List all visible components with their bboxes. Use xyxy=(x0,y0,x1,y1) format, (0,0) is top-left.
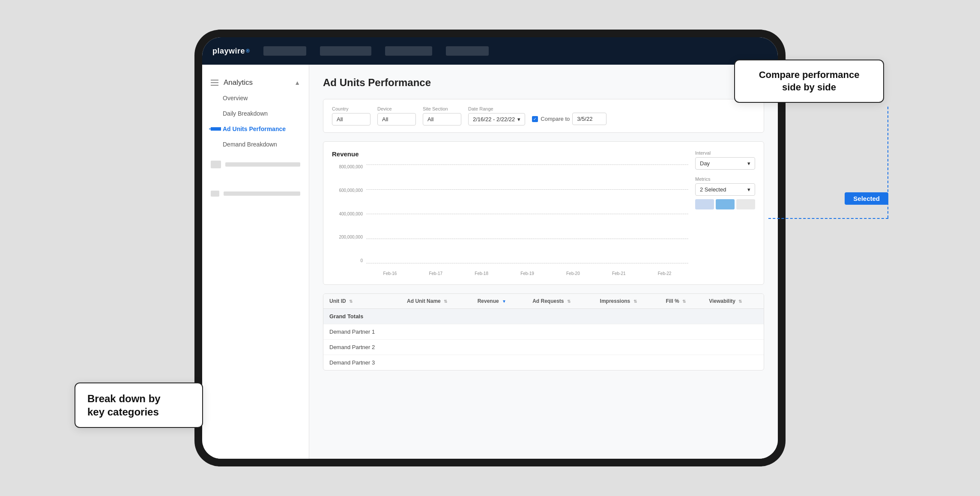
site-section-select[interactable]: All xyxy=(423,113,461,125)
cell xyxy=(703,355,764,371)
y-label-0: 0 xyxy=(360,258,363,263)
logo-registered: ® xyxy=(246,48,250,54)
th-label: Viewability xyxy=(709,298,735,304)
nav-item-2[interactable] xyxy=(320,46,371,56)
date-range-select[interactable]: 2/16/22 - 2/22/22 ▾ xyxy=(468,113,525,125)
table-row-grand-totals: Grand Totals xyxy=(323,309,764,324)
cell xyxy=(472,355,527,371)
selected-badge: Selected xyxy=(845,192,888,205)
x-label-4: Feb-20 xyxy=(553,271,593,276)
th-revenue[interactable]: Revenue ▼ xyxy=(472,294,527,309)
th-label: Fill % xyxy=(666,298,679,304)
metrics-label: Metrics xyxy=(695,176,755,182)
sort-icon: ⇅ xyxy=(682,299,686,304)
x-label-6: Feb-22 xyxy=(644,271,685,276)
th-impressions[interactable]: Impressions ⇅ xyxy=(594,294,660,309)
country-filter[interactable]: Country All xyxy=(332,106,370,125)
chart-area: 800,000,000 600,000,000 400,000,000 200,… xyxy=(332,164,688,276)
metric-box-1 xyxy=(695,199,714,209)
nav-item-4[interactable] xyxy=(446,46,489,56)
sort-icon: ⇅ xyxy=(444,299,447,304)
th-label: Unit ID xyxy=(329,298,346,304)
th-unit-id[interactable]: Unit ID ⇅ xyxy=(323,294,401,309)
th-label: Revenue xyxy=(478,298,499,304)
th-viewability[interactable]: Viewability ⇅ xyxy=(703,294,764,309)
page-title: Ad Units Performance xyxy=(323,77,764,89)
interval-label: Interval xyxy=(695,150,755,155)
date-range-filter[interactable]: Date Range 2/16/22 - 2/22/22 ▾ xyxy=(468,106,525,125)
compare-date-input[interactable]: 3/5/22 xyxy=(572,113,607,125)
compare-checkbox[interactable] xyxy=(532,116,538,122)
cell xyxy=(526,355,594,371)
device-value: All xyxy=(382,116,388,123)
dashed-line-horizontal xyxy=(768,218,888,219)
country-select[interactable]: All xyxy=(332,113,370,125)
device-filter[interactable]: Device All xyxy=(377,106,416,125)
sidebar-section-title: Analytics xyxy=(224,78,289,87)
video-icon xyxy=(211,161,221,168)
sidebar-item-ad-units[interactable]: Ad Units Performance xyxy=(202,121,309,137)
compare-group: Compare to 3/5/22 xyxy=(532,107,607,125)
sidebar-item-label: Overview xyxy=(223,95,248,102)
th-label: Ad Unit Name xyxy=(407,298,441,304)
interval-select[interactable]: Day ▾ xyxy=(695,157,755,170)
demand-partner-3: Demand Partner 3 xyxy=(323,355,401,371)
interval-control: Interval Day ▾ xyxy=(695,150,755,170)
interval-value: Day xyxy=(700,160,710,167)
cell xyxy=(526,324,594,340)
x-label-0: Feb-16 xyxy=(370,271,410,276)
x-label-1: Feb-17 xyxy=(415,271,456,276)
nav-item-1[interactable] xyxy=(263,46,306,56)
chart-main: Revenue 800,000,000 600,000,000 400,000,… xyxy=(332,150,688,276)
x-label-3: Feb-19 xyxy=(507,271,548,276)
x-axis: Feb-16 Feb-17 Feb-18 Feb-19 Feb-20 Feb-2… xyxy=(366,271,688,276)
bars-container xyxy=(366,164,688,263)
performance-table: Unit ID ⇅ Ad Unit Name ⇅ Rev xyxy=(323,294,764,370)
cell xyxy=(472,324,527,340)
y-label-600: 600,000,000 xyxy=(339,188,363,193)
compare-date-value: 3/5/22 xyxy=(577,116,592,122)
sidebar-placeholder-1 xyxy=(202,155,309,173)
tooltip-breakdown: Break down bykey categories xyxy=(75,382,203,428)
sidebar-item-label: Ad Units Performance xyxy=(223,125,286,132)
cell xyxy=(472,340,527,355)
th-ad-requests[interactable]: Ad Requests ⇅ xyxy=(526,294,594,309)
chevron-up-icon: ▲ xyxy=(294,79,300,86)
th-label: Impressions xyxy=(600,298,630,304)
th-fill[interactable]: Fill % ⇅ xyxy=(660,294,703,309)
chevron-down-icon: ▾ xyxy=(747,160,750,167)
metrics-select[interactable]: 2 Selected ▾ xyxy=(695,183,755,196)
filters-bar: Country All Device All xyxy=(323,99,764,133)
th-ad-unit-name[interactable]: Ad Unit Name ⇅ xyxy=(401,294,472,309)
sidebar-section-analytics[interactable]: Analytics ▲ xyxy=(202,75,309,90)
sidebar-item-demand[interactable]: Demand Breakdown xyxy=(202,137,309,152)
country-value: All xyxy=(337,116,343,123)
x-label-5: Feb-21 xyxy=(598,271,639,276)
sidebar-item-label: Daily Breakdown xyxy=(223,110,268,117)
device-label: Device xyxy=(377,106,416,111)
y-label-400: 400,000,000 xyxy=(339,212,363,216)
sort-icon: ⇅ xyxy=(738,299,742,304)
selected-text: Selected xyxy=(853,195,880,202)
dash-line xyxy=(209,128,212,129)
cell xyxy=(660,340,703,355)
chart-title: Revenue xyxy=(332,150,688,158)
metrics-value: 2 Selected xyxy=(700,186,726,193)
grand-totals-label: Grand Totals xyxy=(323,309,764,324)
site-section-filter[interactable]: Site Section All xyxy=(423,106,461,125)
logo: playwire® xyxy=(212,47,250,56)
sidebar-ph-text xyxy=(224,191,300,196)
device-select[interactable]: All xyxy=(377,113,416,125)
cell xyxy=(594,324,660,340)
sidebar-item-overview[interactable]: Overview xyxy=(202,90,309,106)
cell xyxy=(660,324,703,340)
metric-box-2 xyxy=(716,199,735,209)
date-range-value: 2/16/22 - 2/22/22 xyxy=(473,116,515,123)
y-axis: 800,000,000 600,000,000 400,000,000 200,… xyxy=(332,164,366,263)
cell xyxy=(594,340,660,355)
demand-partner-2: Demand Partner 2 xyxy=(323,340,401,355)
nav-item-3[interactable] xyxy=(385,46,432,56)
cell xyxy=(401,324,472,340)
sidebar-item-daily-breakdown[interactable]: Daily Breakdown xyxy=(202,106,309,121)
compare-label: Compare to xyxy=(541,116,570,122)
